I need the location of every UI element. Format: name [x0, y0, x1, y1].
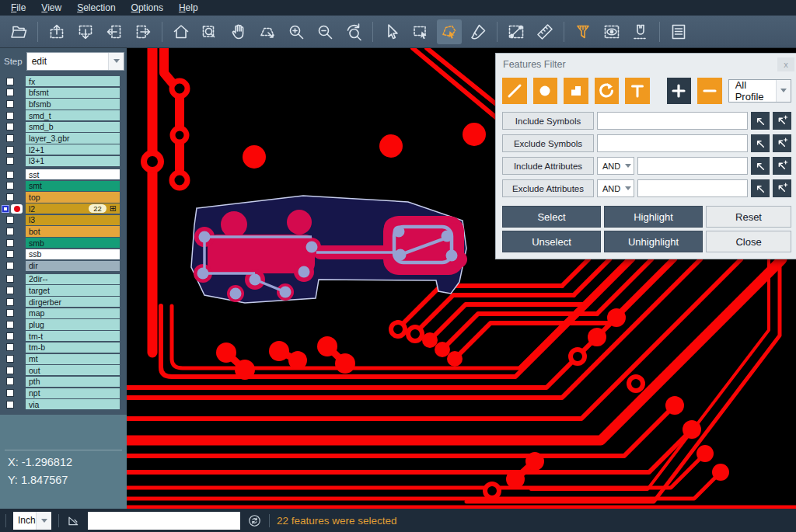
layer-row-smb[interactable]: smb [0, 238, 127, 248]
zoom-out-icon[interactable] [312, 19, 337, 44]
assign-arrow-plus-icon[interactable] [773, 157, 791, 175]
text-tool-icon[interactable] [625, 78, 650, 104]
layer-row-tm-b[interactable]: tm-b [0, 342, 127, 353]
layer-row-target[interactable]: target [0, 285, 127, 295]
include-attributes-logic-select[interactable]: AND [597, 157, 634, 175]
chevron-down-icon[interactable] [776, 80, 791, 102]
layer-checkbox[interactable] [6, 401, 14, 409]
reset-button[interactable]: Reset [706, 206, 791, 228]
layer-name-cell[interactable]: l3 [26, 215, 120, 225]
zoom-in-icon[interactable] [284, 19, 309, 44]
exclude-attributes-input[interactable] [637, 179, 748, 197]
zoom-previous-icon[interactable] [341, 19, 366, 44]
pan-left-icon[interactable] [102, 19, 127, 44]
layer-checkbox[interactable] [6, 123, 14, 130]
assign-arrow-icon[interactable] [751, 157, 770, 175]
layer-row-top[interactable]: top [0, 192, 127, 202]
corner-mode-icon[interactable] [66, 513, 81, 528]
layer-name-cell[interactable]: tm-b [26, 342, 120, 353]
active-layer-indicator[interactable] [11, 204, 23, 214]
pan-right-icon[interactable] [131, 19, 155, 44]
snap-mode-icon[interactable] [628, 19, 653, 44]
include-plus-tool-icon[interactable] [667, 78, 692, 104]
unhighlight-button[interactable]: Unhighlight [604, 231, 703, 252]
layer-name-cell[interactable]: mt [26, 354, 120, 364]
layer-row-layer_3.gbr[interactable]: layer_3.gbr [0, 133, 127, 143]
layer-checkbox[interactable] [6, 146, 14, 154]
layer-row-npt[interactable]: npt [0, 388, 127, 398]
layer-checkbox[interactable] [6, 100, 14, 108]
layer-checkbox[interactable] [6, 157, 14, 165]
layer-row-bfsmb[interactable]: bfsmb [0, 99, 127, 109]
layer-name-cell[interactable]: 2dir-- [26, 274, 120, 284]
chevron-down-icon[interactable] [36, 512, 51, 530]
layer-name-cell[interactable]: smb [26, 238, 120, 248]
exclude-attributes-button[interactable]: Exclude Attributes [502, 179, 594, 197]
layer-name-cell[interactable]: l2+1 [26, 144, 120, 155]
select-polygon-icon[interactable] [437, 19, 462, 44]
layer-checkbox[interactable] [6, 298, 14, 306]
layer-name-cell[interactable]: layer_3.gbr [26, 133, 120, 143]
layer-checkbox[interactable] [6, 250, 14, 258]
layer-checkbox[interactable] [6, 112, 14, 120]
layer-row-2dir--[interactable]: 2dir-- [0, 274, 127, 284]
layer-checkbox[interactable] [6, 171, 14, 179]
layer-checkbox[interactable] [6, 321, 14, 329]
layer-checkbox[interactable] [6, 309, 14, 317]
layer-checkbox[interactable] [2, 205, 9, 213]
open-file-icon[interactable] [6, 19, 31, 44]
profile-select[interactable]: All Profile [728, 79, 791, 103]
layer-name-cell[interactable]: tm-t [26, 331, 120, 341]
include-attributes-button[interactable]: Include Attributes [502, 157, 594, 175]
assign-arrow-icon[interactable] [751, 179, 770, 197]
features-filter-icon[interactable] [571, 19, 595, 44]
grid-icon[interactable]: ⊞ [110, 204, 117, 213]
arc-tool-icon[interactable] [595, 78, 620, 104]
surface-tool-icon[interactable] [564, 78, 588, 104]
layer-name-cell[interactable]: l3+1 [26, 156, 120, 166]
layer-row-tm-t[interactable]: tm-t [0, 331, 127, 341]
layer-name-cell[interactable]: smt [26, 181, 120, 191]
layer-checkbox[interactable] [6, 389, 14, 397]
layer-checkbox[interactable] [6, 182, 14, 190]
pan-up-icon[interactable] [44, 19, 69, 44]
exclude-symbols-button[interactable]: Exclude Symbols [502, 134, 594, 152]
include-attributes-input[interactable] [637, 157, 748, 175]
layer-checkbox[interactable] [6, 239, 14, 247]
layer-row-l3[interactable]: l3 [0, 215, 127, 225]
chevron-down-icon[interactable] [108, 53, 124, 70]
select-button[interactable]: Select [502, 206, 601, 228]
layer-checkbox[interactable] [6, 377, 14, 385]
layer-checkbox[interactable] [6, 343, 14, 351]
layer-checkbox[interactable] [6, 89, 14, 96]
exclude-symbols-input[interactable] [597, 134, 748, 152]
layer-name-cell[interactable]: npt [26, 388, 120, 398]
measure-distance-icon[interactable] [504, 19, 529, 44]
layer-row-sst[interactable]: sst [0, 169, 127, 179]
layer-name-cell[interactable]: fx [26, 76, 120, 86]
layer-row-l2[interactable]: l222⊞ [0, 203, 127, 214]
layer-name-cell[interactable]: bfsmb [26, 99, 120, 109]
layer-name-cell[interactable]: via [26, 399, 120, 409]
pad-tool-icon[interactable] [533, 78, 558, 104]
menu-selection[interactable]: Selection [69, 1, 123, 15]
layer-checkbox[interactable] [6, 262, 14, 269]
layer-checkbox[interactable] [6, 287, 14, 294]
layer-row-fx[interactable]: fx [0, 76, 127, 86]
layer-row-smd_b[interactable]: smd_b [0, 122, 127, 132]
assign-arrow-icon[interactable] [751, 112, 770, 130]
layer-row-l3+1[interactable]: l3+1 [0, 156, 127, 166]
show-features-icon[interactable] [599, 19, 624, 44]
pan-hand-icon[interactable] [226, 19, 251, 44]
layer-row-smt[interactable]: smt [0, 181, 127, 191]
include-symbols-button[interactable]: Include Symbols [502, 112, 594, 130]
command-input[interactable] [88, 512, 240, 530]
layer-checkbox[interactable] [6, 275, 14, 283]
menu-options[interactable]: Options [124, 1, 171, 15]
layer-checkbox[interactable] [6, 216, 14, 224]
feature-properties-icon[interactable] [666, 19, 691, 44]
layer-checkbox[interactable] [6, 355, 14, 363]
assign-arrow-icon[interactable] [751, 134, 770, 152]
layer-name-cell[interactable]: smd_t [26, 110, 120, 120]
fill-brush-icon[interactable] [466, 19, 491, 44]
